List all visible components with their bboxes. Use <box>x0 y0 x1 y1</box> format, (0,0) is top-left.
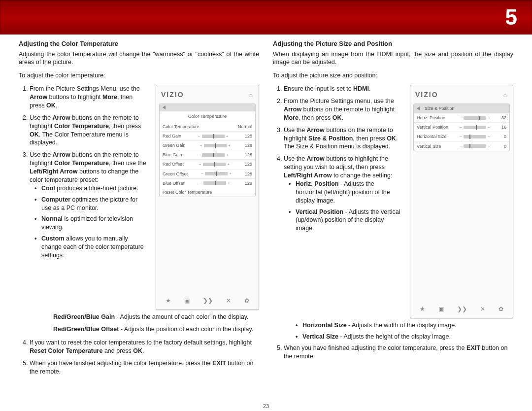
mock-row-value: 128 <box>245 161 252 167</box>
steps-cont: When you have finished adjusting the col… <box>273 344 513 361</box>
mock-row-label: Red Offset <box>163 161 184 167</box>
mock-row-value: 32 <box>498 115 506 121</box>
mock-row-label: Blue Offset <box>163 180 184 186</box>
star-icon: ★ <box>420 305 425 313</box>
intro-para: Adjusting the color temperature will cha… <box>19 50 259 67</box>
mock-row: Horizontal Size0 <box>414 132 509 141</box>
mock-row: Color TemperatureNormal <box>160 122 255 132</box>
back-icon <box>163 105 166 109</box>
mock-row-label: Horizontal Size <box>417 134 452 139</box>
sub-gain: Red/Green/Blue Gain - Adjusts the amount… <box>19 313 259 321</box>
page-number: 23 <box>263 403 269 409</box>
step-5: When you have finished adjusting the col… <box>284 344 513 361</box>
mock-row-label: Vertical Size <box>417 143 452 149</box>
mock-row: Red Gain128 <box>160 132 255 141</box>
page-content: Adjusting the Color Temperature Adjustin… <box>19 39 513 401</box>
bullet-vpos: Vertical Position - Adjusts the vertical… <box>291 208 401 233</box>
step-4: Use the Arrow buttons to highlight the s… <box>284 155 401 233</box>
step-3: Use the Arrow buttons on the remote to h… <box>30 151 147 260</box>
slider-icon <box>202 153 225 157</box>
pip-icon: ▣ <box>184 297 190 305</box>
steps-list: From the Picture Settings Menu, use the … <box>19 85 147 260</box>
mock-row: Vertical Position16 <box>414 123 509 132</box>
step-1: Ensure the input is set to HDMI. <box>284 85 401 93</box>
mock-row: Blue Gain128 <box>160 150 255 160</box>
mock-back-row <box>160 104 255 111</box>
chapter-number: 5 <box>505 5 517 30</box>
mock-row: Vertical Size0 <box>414 142 509 151</box>
mock-row-label: Blue Gain <box>163 152 182 158</box>
mock-menu: Color Temperature Color TemperatureNorma… <box>159 103 256 197</box>
mock-row-label: Green Offset <box>163 171 188 177</box>
mock-footer-icons: ★ ▣ ❯❯ ✕ ✿ <box>159 291 256 305</box>
bullet-hpos: Horiz. Position - Adjusts the horizontal… <box>291 180 401 205</box>
home-icon: ⌂ <box>503 91 508 99</box>
left-column: Adjusting the Color Temperature Adjustin… <box>19 39 259 401</box>
steps-cont: If you want to reset the color temperatu… <box>19 339 259 376</box>
slider-icon <box>203 163 226 166</box>
bullet-vsize: Vertical Size - Adjusts the height of th… <box>298 333 513 341</box>
step-2: Use the Arrow buttons on the remote to h… <box>30 114 147 147</box>
mock-row: Blue Offset128 <box>160 179 255 188</box>
slider-icon <box>464 116 486 120</box>
mock-brand-label: VIZIO <box>415 90 438 100</box>
sub-offset: Red/Green/Blue Offset - Adjusts the posi… <box>19 325 259 334</box>
mock-row-value: Normal <box>238 124 252 130</box>
wide-icon: ❯❯ <box>203 297 213 305</box>
right-column: Adjusting the Picture Size and Position … <box>273 39 513 401</box>
mock-menu: Size & Position Horiz. Position32Vertica… <box>413 103 510 151</box>
mock-row-value: 16 <box>498 124 506 130</box>
mock-panel-color-temperature: VIZIO ⌂ Color Temperature Color Temperat… <box>156 85 259 310</box>
chapter-header-bar: 5 <box>0 0 532 34</box>
gear-icon: ✿ <box>499 305 503 313</box>
mock-row-label: Green Gain <box>163 142 186 148</box>
step-1: From the Picture Settings Menu, use the … <box>30 85 147 110</box>
mock-menu-title: Color Temperature <box>160 111 255 122</box>
pip-icon: ▣ <box>438 305 444 313</box>
mock-row-value: 0 <box>498 143 506 149</box>
wide-icon: ❯❯ <box>457 305 467 313</box>
mock-row: Green Offset128 <box>160 170 255 179</box>
mock-row-value: 128 <box>245 171 252 177</box>
mock-row: Green Gain128 <box>160 141 255 150</box>
mock-title-row: Size & Position <box>414 104 509 113</box>
slider-icon <box>205 172 228 175</box>
slider-icon <box>464 126 486 129</box>
step-3: Use the Arrow buttons on the remote to h… <box>284 126 401 151</box>
step-4: If you want to reset the color temperatu… <box>30 339 259 355</box>
bullet-custom: Custom allows you to manually change eac… <box>36 235 147 260</box>
mock-row-value: 128 <box>245 142 252 148</box>
slider-icon <box>204 144 227 147</box>
section-title: Adjusting the Picture Size and Position <box>273 39 513 48</box>
step-2: From the Picture Settings menu, use the … <box>284 97 401 122</box>
bullet-hsize: Horizontal Size - Adjusts the width of t… <box>298 321 513 330</box>
mock-row-value: 128 <box>245 133 252 139</box>
slider-icon <box>202 135 225 138</box>
mock-row-label: Color Temperature <box>163 124 199 130</box>
mock-row-label: Horiz. Position <box>417 115 452 121</box>
mock-footer-icons: ★ ▣ ❯❯ ✕ ✿ <box>413 299 510 313</box>
mock-row-value: 128 <box>245 180 252 186</box>
steps-list: Ensure the input is set to HDMI. From th… <box>273 85 401 233</box>
x-icon: ✕ <box>480 305 485 313</box>
slider-icon <box>464 144 486 148</box>
gear-icon: ✿ <box>244 297 249 305</box>
mock-panel-size-position: VIZIO ⌂ Size & Position Horiz. Position3… <box>410 85 513 318</box>
home-icon: ⌂ <box>249 91 254 99</box>
mock-row-label: Vertical Position <box>417 124 452 130</box>
mock-row-label: Red Gain <box>163 133 181 139</box>
step-5: When you have finished adjusting the col… <box>30 359 259 376</box>
x-icon: ✕ <box>226 297 231 305</box>
mock-reset-row: Reset Color Temperature <box>160 188 255 197</box>
lead-para: To adjust the picture size and position: <box>273 71 513 80</box>
star-icon: ★ <box>166 297 171 305</box>
slider-icon <box>203 181 226 185</box>
mock-row-value: 128 <box>245 152 252 158</box>
back-icon <box>417 106 420 110</box>
intro-para: When displaying an image from the HDMI i… <box>273 50 513 67</box>
lead-para: To adjust the color temperature: <box>19 71 259 80</box>
bullet-cool: Cool produces a blue-hued picture. <box>36 184 147 193</box>
mock-brand-label: VIZIO <box>161 90 184 100</box>
bullet-normal: Normal is optimized for television viewi… <box>36 215 147 232</box>
section-title: Adjusting the Color Temperature <box>19 39 259 48</box>
